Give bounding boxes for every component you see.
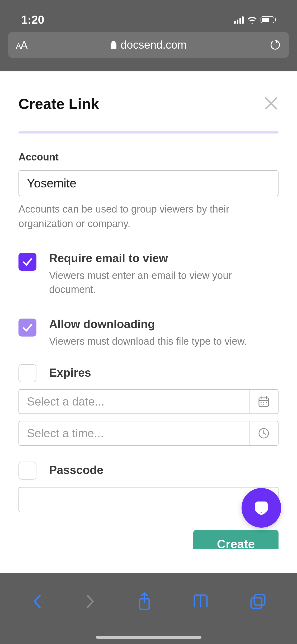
- require-email-desc: Viewers must enter an email to view your…: [49, 269, 279, 297]
- forward-button: [84, 593, 97, 611]
- reload-button[interactable]: [270, 39, 281, 51]
- svg-point-5: [263, 404, 264, 405]
- browser-bottom-toolbar: [0, 573, 297, 644]
- battery-icon: [261, 16, 276, 23]
- svg-rect-10: [251, 598, 262, 608]
- create-button[interactable]: Create: [193, 530, 279, 549]
- svg-rect-9: [254, 595, 265, 605]
- expires-date-placeholder: Select a date...: [19, 390, 249, 413]
- allow-download-desc: Viewers must download this file type to …: [49, 334, 247, 348]
- expires-checkbox[interactable]: [18, 364, 36, 382]
- close-button[interactable]: [264, 96, 279, 112]
- svg-point-1: [261, 402, 262, 403]
- clock-icon[interactable]: [249, 421, 278, 445]
- require-email-title: Require email to view: [49, 252, 279, 265]
- page-content: Create Link Account Accounts can be used…: [0, 71, 297, 549]
- url-domain: docsend.com: [121, 39, 187, 51]
- require-email-checkbox[interactable]: [18, 253, 36, 271]
- passcode-checkbox[interactable]: [18, 462, 36, 480]
- url-bar[interactable]: AA docsend.com: [8, 32, 289, 58]
- page-title: Create Link: [18, 95, 99, 112]
- tabs-button[interactable]: [249, 593, 266, 611]
- chat-widget-button[interactable]: [242, 488, 281, 528]
- svg-point-3: [266, 402, 267, 403]
- back-button[interactable]: [31, 593, 44, 611]
- bookmarks-button[interactable]: [192, 594, 209, 610]
- browser-top-chrome: 1:20 AA docsend.com: [0, 0, 297, 71]
- svg-point-2: [263, 402, 264, 403]
- expires-date-field[interactable]: Select a date...: [18, 389, 279, 414]
- account-helper-text: Accounts can be used to group viewers by…: [18, 202, 279, 231]
- lock-icon: [110, 41, 117, 49]
- allow-download-title: Allow downloading: [49, 318, 247, 331]
- status-indicators: [234, 16, 276, 24]
- passcode-input[interactable]: [18, 487, 279, 512]
- home-indicator[interactable]: [96, 636, 201, 639]
- expires-time-field[interactable]: Select a time...: [18, 421, 279, 446]
- svg-point-4: [261, 404, 262, 405]
- svg-rect-7: [255, 502, 268, 512]
- passcode-title: Passcode: [49, 463, 103, 477]
- account-input[interactable]: [18, 170, 279, 196]
- wifi-icon: [247, 16, 257, 24]
- status-bar: 1:20: [0, 0, 297, 32]
- allow-download-checkbox[interactable]: [18, 319, 36, 337]
- header-divider: [18, 131, 279, 134]
- account-label: Account: [18, 151, 279, 163]
- share-button[interactable]: [137, 592, 152, 612]
- text-size-button[interactable]: AA: [16, 39, 27, 51]
- status-time: 1:20: [21, 13, 44, 26]
- expires-time-placeholder: Select a time...: [19, 421, 249, 445]
- expires-title: Expires: [49, 366, 91, 379]
- calendar-icon[interactable]: [249, 390, 278, 413]
- cellular-signal-icon: [234, 16, 244, 24]
